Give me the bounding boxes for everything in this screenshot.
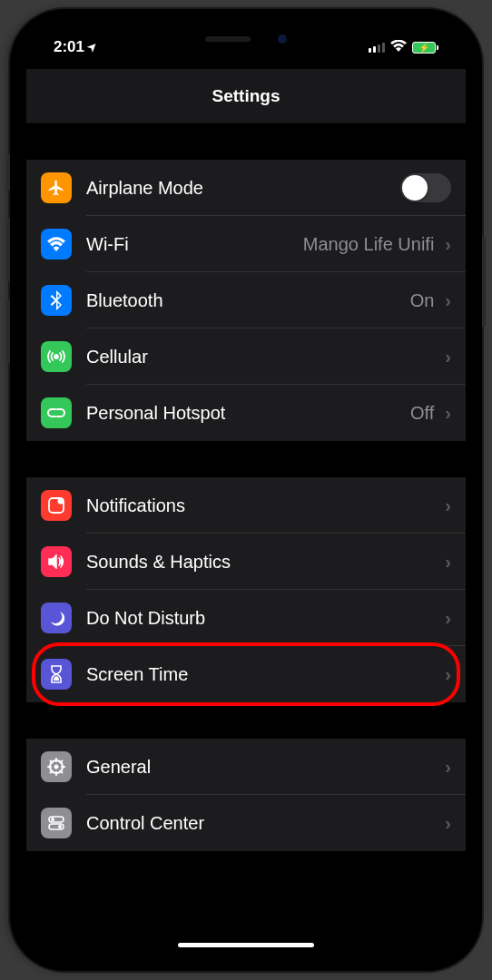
chevron-right-icon: ›: [445, 347, 451, 368]
control-center-icon: [41, 808, 72, 838]
svg-point-6: [51, 818, 54, 821]
row-screen-time[interactable]: Screen Time ›: [26, 646, 466, 702]
side-button: [482, 236, 486, 327]
row-value: On: [410, 290, 435, 311]
nav-bar: Settings: [26, 69, 466, 123]
row-label: Airplane Mode: [86, 178, 400, 199]
row-airplane-mode[interactable]: Airplane Mode: [26, 160, 466, 216]
chevron-right-icon: ›: [445, 813, 451, 834]
battery-icon: ⚡: [412, 42, 438, 54]
side-button: [6, 218, 10, 281]
chevron-right-icon: ›: [445, 608, 451, 629]
row-cellular[interactable]: Cellular ›: [26, 328, 466, 385]
svg-point-4: [54, 765, 59, 769]
row-sounds-haptics[interactable]: Sounds & Haptics ›: [26, 534, 466, 590]
chevron-right-icon: ›: [445, 495, 451, 516]
general-icon: [41, 751, 72, 782]
row-label: Do Not Disturb: [86, 608, 441, 629]
settings-list[interactable]: Airplane Mode Wi-Fi Mango Life Unifi ›: [26, 123, 466, 955]
row-label: Cellular: [86, 347, 441, 368]
hotspot-icon: [41, 397, 72, 428]
row-label: Wi-Fi: [86, 234, 303, 255]
row-label: Notifications: [86, 495, 441, 516]
location-arrow-icon: ➤: [85, 40, 101, 55]
side-button: [6, 154, 10, 191]
airplane-toggle[interactable]: [400, 173, 451, 202]
airplane-icon: [41, 172, 72, 203]
status-time: 2:01: [54, 38, 84, 56]
row-wifi[interactable]: Wi-Fi Mango Life Unifi ›: [26, 216, 466, 272]
row-do-not-disturb[interactable]: Do Not Disturb ›: [26, 590, 466, 646]
row-bluetooth[interactable]: Bluetooth On ›: [26, 272, 466, 328]
toggle-knob: [402, 175, 428, 201]
dnd-icon: [41, 603, 72, 633]
row-label: Screen Time: [86, 664, 441, 685]
cellular-icon: [41, 341, 72, 372]
page-title: Settings: [212, 86, 280, 106]
chevron-right-icon: ›: [445, 552, 451, 573]
row-general[interactable]: General ›: [26, 739, 466, 795]
row-label: Control Center: [86, 813, 441, 834]
row-label: Personal Hotspot: [86, 403, 410, 424]
wifi-icon: [41, 229, 72, 260]
side-button: [6, 299, 10, 363]
row-value: Off: [410, 403, 434, 424]
wifi-icon: [390, 38, 407, 56]
chevron-right-icon: ›: [445, 290, 451, 311]
row-personal-hotspot[interactable]: Personal Hotspot Off ›: [26, 385, 466, 441]
svg-point-0: [55, 356, 58, 358]
row-label: Bluetooth: [86, 290, 410, 311]
chevron-right-icon: ›: [445, 234, 451, 255]
svg-point-8: [58, 825, 62, 828]
screentime-icon: [41, 659, 72, 690]
chevron-right-icon: ›: [445, 664, 451, 685]
notifications-icon: [41, 490, 72, 521]
notch: [151, 25, 341, 53]
bluetooth-icon: [41, 285, 72, 316]
cellular-signal-icon: [369, 42, 385, 53]
row-notifications[interactable]: Notifications ›: [26, 477, 466, 534]
screen: 2:01 ➤ ⚡ Settings: [26, 25, 466, 955]
chevron-right-icon: ›: [445, 757, 451, 778]
row-value: Mango Life Unifi: [303, 234, 435, 255]
home-indicator[interactable]: [178, 943, 314, 947]
row-label: General: [86, 757, 441, 778]
row-control-center[interactable]: Control Center ›: [26, 795, 466, 851]
row-label: Sounds & Haptics: [86, 552, 441, 573]
phone-frame: 2:01 ➤ ⚡ Settings: [10, 9, 482, 971]
sounds-icon: [41, 546, 72, 577]
svg-point-2: [58, 498, 64, 505]
chevron-right-icon: ›: [445, 403, 451, 424]
